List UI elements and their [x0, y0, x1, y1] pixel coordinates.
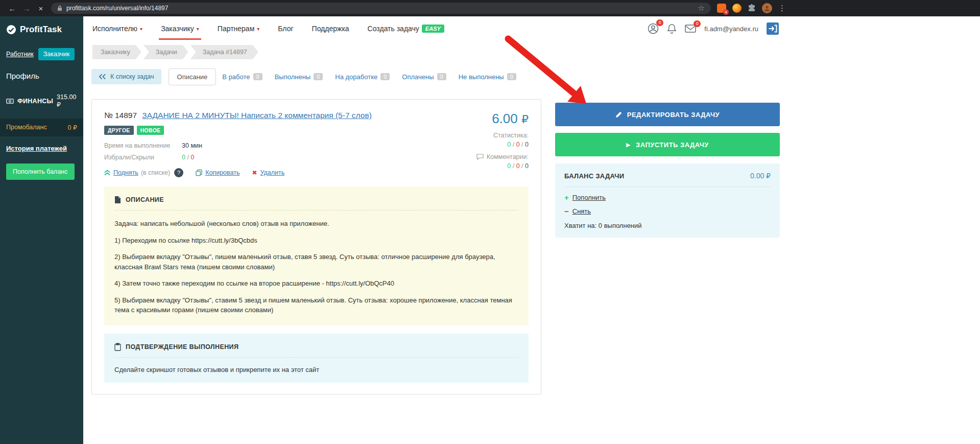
- task-summary: № 14897 ЗАДАНИЕ НА 2 МИНУТЫ! Написать 2 …: [104, 111, 416, 177]
- breadcrumb-tasks[interactable]: Задачи: [144, 45, 188, 59]
- extension-icon[interactable]: 4: [717, 4, 726, 13]
- topnav-blog-label: Блог: [278, 25, 293, 33]
- topnav-create-task-label: Создать задачу: [368, 25, 419, 33]
- tab-label: Не выполнены: [459, 73, 504, 81]
- comment-stat: 0: [516, 162, 520, 170]
- topnav-partners-label: Партнерам: [218, 25, 254, 33]
- favorites-hidden-value: 0 / 0: [182, 154, 194, 161]
- bell-icon[interactable]: [667, 24, 677, 34]
- hidden-count: 0: [190, 154, 194, 161]
- tab-completed[interactable]: Выполнены 0: [269, 69, 329, 85]
- caret-down-icon: ▾: [197, 26, 199, 32]
- role-toggle: Работник Заказчик: [6, 48, 77, 60]
- role-customer-button[interactable]: Заказчик: [38, 48, 75, 60]
- topnav-support[interactable]: Поддержка: [312, 16, 349, 41]
- start-task-button[interactable]: ▶ ЗАПУСТИТЬ ЗАДАЧУ: [555, 133, 780, 156]
- bookmark-star-icon[interactable]: ☆: [698, 4, 705, 13]
- topnav-create-task[interactable]: Создать задачу EASY: [368, 16, 444, 41]
- balance-withdraw-link[interactable]: Снять: [572, 207, 591, 215]
- breadcrumb-customer[interactable]: Заказчику: [92, 45, 141, 59]
- statistics-values: 0 / 0 / 0: [416, 141, 529, 148]
- comment-stat: 0: [525, 162, 529, 170]
- copy-label: Копировать: [205, 169, 240, 176]
- mail-badge: 0: [694, 20, 701, 27]
- browser-menu-icon[interactable]: ⋮: [778, 4, 786, 13]
- promo-value: 0 ₽: [68, 124, 77, 131]
- logout-button[interactable]: [767, 22, 779, 35]
- tab-description[interactable]: Описание: [169, 68, 217, 85]
- user-icon[interactable]: 0: [648, 23, 659, 34]
- raise-task-link[interactable]: Поднять: [104, 169, 138, 176]
- back-to-task-list-button[interactable]: К списку задач: [91, 69, 161, 84]
- plus-icon: +: [564, 193, 569, 202]
- confirmation-box: ПОДТВЕРЖДЕНИЕ ВЫПОЛНЕНИЯ Сделайте скринш…: [104, 334, 529, 383]
- topnav-customer[interactable]: Заказчику ▾: [161, 16, 199, 41]
- topnav-executor[interactable]: Исполнителю ▾: [92, 16, 142, 41]
- description-paragraph: 5) Выбираем вкладку "Отзывы", ставим 5 з…: [114, 295, 518, 315]
- task-stats: 6.00 ₽ Статистика: 0 / 0 / 0: [416, 111, 529, 177]
- breadcrumb: Заказчику Задачи Задача #14897: [83, 45, 788, 59]
- logo[interactable]: ProfitTask: [6, 25, 77, 35]
- play-icon: ▶: [626, 142, 631, 148]
- promo-label: Промобаланс: [6, 124, 47, 131]
- clipboard-icon: [114, 343, 121, 351]
- topnav-partners[interactable]: Партнерам ▾: [218, 16, 260, 41]
- double-chevron-up-icon: [104, 170, 110, 176]
- tab-not-completed[interactable]: Не выполнены 0: [452, 69, 522, 85]
- task-card-header: № 14897 ЗАДАНИЕ НА 2 МИНУТЫ! Написать 2 …: [104, 111, 529, 177]
- task-title-link[interactable]: ЗАДАНИЕ НА 2 МИНУТЫ! Написать 2 коммента…: [142, 111, 371, 120]
- description-paragraph: 2) Выбираем вкладку "Отзывы", пишем мале…: [114, 252, 518, 272]
- back-button-label: К списку задач: [110, 73, 154, 80]
- edit-task-button[interactable]: РЕДАКТИРОВАТЬ ЗАДАЧУ: [555, 103, 780, 126]
- double-arrow-left-icon: [99, 74, 106, 80]
- balance-topup-link[interactable]: Пополнить: [572, 194, 606, 201]
- browser-stop-button[interactable]: ×: [34, 4, 48, 13]
- start-button-label: ЗАПУСТИТЬ ЗАДАЧУ: [636, 141, 709, 149]
- payment-history-link[interactable]: История платежей: [6, 145, 67, 152]
- browser-back-button[interactable]: ←: [5, 4, 19, 13]
- browser-forward-button[interactable]: →: [19, 4, 34, 13]
- favorites-hidden-label: Избрали/Скрыли: [104, 154, 182, 161]
- app: ProfitTask Работник Заказчик Профиль ФИН…: [0, 16, 980, 444]
- edit-button-label: РЕДАКТИРОВАТЬ ЗАДАЧУ: [627, 111, 720, 119]
- site-header: Исполнителю ▾ Заказчику ▾ Партнерам ▾ Бл…: [83, 16, 788, 41]
- sidebar-item-profile[interactable]: Профиль: [6, 72, 77, 80]
- role-worker-link[interactable]: Работник: [6, 51, 34, 58]
- topnav-blog[interactable]: Блог: [278, 16, 293, 41]
- tab-paid[interactable]: Оплачены 0: [396, 69, 452, 85]
- delete-task-link[interactable]: ✖ Удалить: [252, 169, 284, 176]
- promo-balance-row[interactable]: Промобаланс 0 ₽: [0, 119, 83, 136]
- left-column: К списку задач Описание В работе 0: [91, 59, 541, 394]
- tab-revision[interactable]: На доработке 0: [329, 69, 396, 85]
- file-icon: [114, 196, 121, 204]
- task-price: 6.00 ₽: [416, 111, 529, 127]
- task-actions: Поднять (в списке) ? Копировать: [104, 168, 416, 177]
- url-text[interactable]: profittask.com/ru/universal/info/14897: [66, 5, 168, 12]
- separator: /: [187, 154, 188, 161]
- breadcrumb-current-task: Задача #14897: [190, 45, 258, 59]
- topnav-executor-label: Исполнителю: [92, 25, 137, 33]
- comment-stat: 0: [507, 162, 511, 170]
- tab-label: Оплачены: [402, 73, 434, 81]
- easy-badge: EASY: [422, 25, 444, 33]
- caret-down-icon: ▾: [140, 26, 142, 32]
- help-icon[interactable]: ?: [174, 168, 183, 177]
- topup-balance-button[interactable]: Пополнить баланс: [6, 163, 75, 180]
- favorites-count: 0: [182, 154, 185, 161]
- description-box: ОПИСАНИЕ Задача: написать небольшой (нес…: [104, 186, 529, 325]
- finances-row[interactable]: ФИНАНСЫ 315.00 ₽: [6, 94, 77, 108]
- minus-icon: −: [564, 207, 569, 216]
- speech-bubble-icon: [476, 154, 484, 160]
- mail-icon[interactable]: 0: [685, 24, 696, 33]
- copy-task-link[interactable]: Копировать: [196, 169, 240, 176]
- browser-profile-avatar[interactable]: [762, 3, 772, 13]
- extensions-puzzle-icon[interactable]: [748, 4, 756, 12]
- tab-in-progress[interactable]: В работе 0: [216, 69, 268, 85]
- extension-icon-2[interactable]: [732, 4, 742, 13]
- status-badge: НОВОЕ: [137, 126, 164, 135]
- address-bar[interactable]: profittask.com/ru/universal/info/14897 ☆: [51, 3, 711, 14]
- tab-label: В работе: [222, 73, 250, 81]
- task-balance-panel: БАЛАНС ЗАДАЧИ 0.00 ₽ + Пополнить − Снять: [555, 163, 780, 238]
- tab-count-badge: 0: [437, 73, 446, 80]
- comments-label: Комментарии:: [487, 153, 529, 160]
